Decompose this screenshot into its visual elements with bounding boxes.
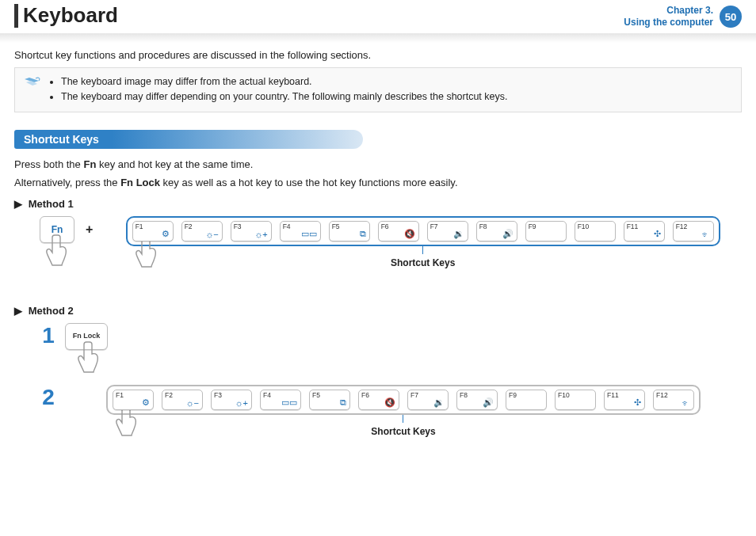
method2-text: Method 2: [29, 305, 74, 317]
fkey-label: F7: [430, 222, 438, 230]
caption-wrap: Shortcut Keys: [371, 415, 435, 437]
method2-step1: 1 Fn Lock: [36, 323, 742, 350]
fkey-label: F1: [136, 222, 143, 230]
fkey-icon: ⚙: [142, 397, 150, 408]
caption-tick: [422, 246, 423, 254]
arrow-icon: ▶: [14, 305, 22, 317]
fkey-icon: 🔇: [404, 229, 415, 239]
fkey-icon: ⧉: [340, 397, 346, 408]
arrow-icon: ▶: [14, 198, 22, 210]
fkey-icon: ☼+: [254, 230, 268, 239]
fkey-label: F12: [676, 222, 688, 230]
fkey-icon: ⚙: [162, 229, 170, 239]
fnlock-key-label: Fn Lock: [73, 333, 101, 340]
fkey-icon: ☼−: [205, 230, 219, 239]
note-list: The keyboard image may differ from the a…: [48, 74, 508, 105]
fkey-label: F11: [607, 391, 619, 399]
chapter-line1: Chapter 3.: [624, 5, 713, 17]
fkey-f12: F12ᯤ: [653, 390, 694, 410]
fkey-strip-method1: F1⚙F2☼−F3☼+F4▭▭F5⧉F6🔇F7🔉F8🔊F9F10F11✣F12ᯤ: [126, 216, 720, 246]
fkey-f7: F7🔉: [407, 390, 449, 410]
text: Press both the: [14, 158, 83, 170]
note-item: The keyboard image may differ from the a…: [61, 74, 508, 89]
page-number-badge: 50: [720, 6, 742, 28]
fkey-label: F8: [460, 391, 468, 399]
method2-strip-area: F1⚙F2☼−F3☼+F4▭▭F5⧉F6🔇F7🔉F8🔊F9F10F11✣F12ᯤ…: [65, 385, 742, 437]
fkey-f4: F4▭▭: [280, 221, 321, 241]
method1-label: ▶ Method 1: [14, 198, 742, 210]
caption-wrap: Shortcut Keys: [391, 246, 455, 268]
text: key as well as a hot key to use the hot …: [160, 177, 458, 188]
fkey-icon: ᯤ: [682, 398, 690, 408]
fkey-f10: F10: [555, 390, 596, 410]
plus-sign: +: [86, 222, 93, 237]
fkey-label: F8: [479, 222, 487, 230]
fkey-icon: ✣: [654, 229, 661, 239]
fkey-label: F9: [509, 391, 517, 399]
fkey-f9: F9: [506, 390, 547, 410]
text: key and hot key at the same time.: [96, 158, 253, 170]
section-heading-shortcut-keys: Shortcut Keys: [14, 130, 363, 149]
fkey-label: F3: [214, 391, 222, 399]
chapter-line2: Using the computer: [624, 17, 713, 29]
fkey-label: F10: [578, 222, 590, 230]
fn-key-block: Fn: [40, 216, 74, 243]
fnlock-bold: Fn Lock: [120, 177, 160, 188]
fkey-f5: F5⧉: [309, 390, 350, 410]
fkey-label: F3: [234, 222, 242, 230]
fkey-f1: F1⚙: [113, 390, 154, 410]
fkey-label: F6: [361, 391, 369, 399]
method2-step2: 2 F1⚙F2☼−F3☼+F4▭▭F5⧉F6🔇F7🔉F8🔊F9F10F11✣F1…: [36, 385, 742, 437]
fkey-f8: F8🔊: [456, 390, 498, 410]
fkey-icon: ☼+: [235, 398, 248, 408]
fkey-label: F4: [283, 222, 291, 230]
note-box: The keyboard image may differ from the a…: [14, 67, 742, 112]
fkey-icon: 🔇: [384, 397, 395, 408]
header-right: Chapter 3. Using the computer 50: [624, 3, 742, 29]
fkey-icon: ⧉: [360, 229, 366, 239]
fkey-f2: F2☼−: [181, 221, 223, 241]
fkey-icon: ᯤ: [701, 230, 710, 239]
fkey-icon: ✣: [634, 397, 641, 408]
text: Alternatively, press the: [14, 177, 120, 188]
fkey-icon: ▭▭: [281, 397, 297, 408]
page-header: Keyboard Chapter 3. Using the computer 5…: [14, 0, 742, 33]
fkey-f1: F1⚙: [132, 221, 174, 241]
fkey-f7: F7🔉: [427, 221, 468, 241]
page-title: Keyboard: [23, 3, 118, 28]
method1-strip-area: F1⚙F2☼−F3☼+F4▭▭F5⧉F6🔇F7🔉F8🔊F9F10F11✣F12ᯤ…: [104, 216, 742, 268]
fkey-f11: F11✣: [604, 390, 645, 410]
shortcut-keys-caption: Shortcut Keys: [371, 426, 435, 437]
fkey-f9: F9: [525, 221, 567, 241]
note-icon: [23, 74, 40, 95]
fkey-icon: ▭▭: [301, 229, 317, 239]
header-left: Keyboard: [14, 3, 118, 28]
fn-bold: Fn: [83, 158, 96, 170]
step-number-1: 1: [36, 323, 60, 348]
fkey-f4: F4▭▭: [260, 390, 301, 410]
fkey-icon: 🔉: [453, 229, 464, 239]
fkey-f6: F6🔇: [378, 221, 419, 241]
shortcut-keys-caption: Shortcut Keys: [391, 257, 455, 268]
fkey-f12: F12ᯤ: [673, 221, 714, 241]
caption-tick: [403, 415, 403, 423]
fkey-label: F9: [529, 222, 536, 230]
fkey-label: F2: [185, 222, 193, 230]
fkey-f2: F2☼−: [162, 390, 203, 410]
section-line2: Alternatively, press the Fn Lock key as …: [14, 177, 742, 188]
chapter-label: Chapter 3. Using the computer: [624, 5, 713, 29]
fkey-strip-method2: F1⚙F2☼−F3☼+F4▭▭F5⧉F6🔇F7🔉F8🔊F9F10F11✣F12ᯤ: [106, 385, 701, 415]
header-divider: [0, 33, 756, 43]
fkey-label: F11: [627, 222, 639, 230]
section-line1: Press both the Fn key and hot key at the…: [14, 158, 742, 170]
intro-text: Shortcut key functions and procedures ar…: [14, 49, 742, 61]
title-bar-accent: [14, 4, 18, 28]
fkey-label: F10: [558, 391, 570, 399]
fkey-label: F6: [381, 222, 389, 230]
fnlock-block: Fn Lock: [65, 323, 108, 350]
fkey-icon: 🔊: [483, 397, 494, 408]
fkey-icon: 🔊: [502, 229, 514, 239]
method1-row: Fn + F1⚙F2☼−F3☼+F4▭▭F5⧉F6🔇F7🔉F8🔊F9F10F11…: [14, 216, 742, 268]
method2-label: ▶ Method 2: [14, 305, 742, 317]
fkey-f3: F3☼+: [211, 390, 252, 410]
